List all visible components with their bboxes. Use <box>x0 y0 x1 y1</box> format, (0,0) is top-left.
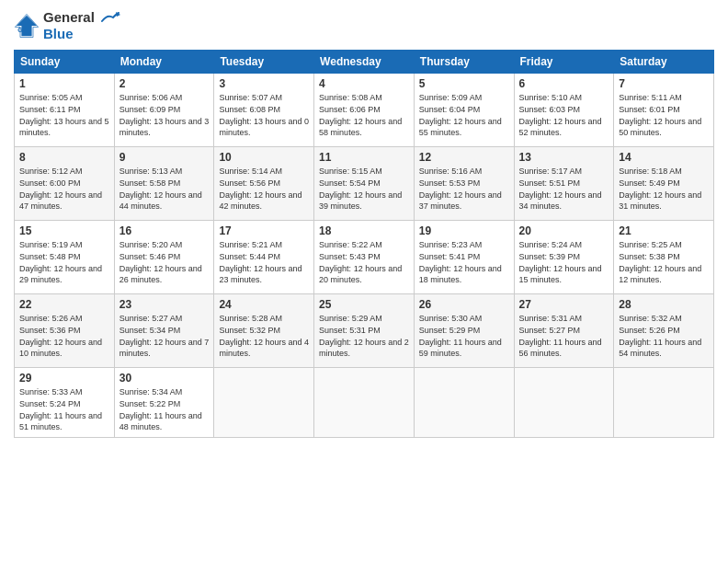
day-number: 16 <box>119 224 210 237</box>
day-content: Sunrise: 5:15 AMSunset: 5:54 PMDaylight:… <box>319 166 409 212</box>
day-number: 13 <box>519 151 609 164</box>
day-content: Sunrise: 5:32 AMSunset: 5:26 PMDaylight:… <box>619 313 709 359</box>
calendar-cell <box>414 368 514 437</box>
calendar-cell: 17 Sunrise: 5:21 AMSunset: 5:44 PMDaylig… <box>214 221 314 294</box>
day-number: 23 <box>119 298 210 311</box>
day-number: 14 <box>619 151 709 164</box>
day-content: Sunrise: 5:09 AMSunset: 6:04 PMDaylight:… <box>419 92 509 138</box>
day-number: 30 <box>119 372 210 385</box>
day-content: Sunrise: 5:12 AMSunset: 6:00 PMDaylight:… <box>19 166 109 212</box>
day-content: Sunrise: 5:07 AMSunset: 6:08 PMDaylight:… <box>219 92 309 138</box>
weekday-header-tuesday: Tuesday <box>214 51 314 74</box>
day-number: 25 <box>319 298 409 311</box>
day-content: Sunrise: 5:08 AMSunset: 6:06 PMDaylight:… <box>319 92 409 138</box>
calendar-cell: 10 Sunrise: 5:14 AMSunset: 5:56 PMDaylig… <box>214 147 314 221</box>
day-number: 12 <box>419 151 509 164</box>
day-number: 11 <box>319 151 409 164</box>
page: G General Blue SundayMondayTuesdayWednes… <box>0 0 728 563</box>
calendar-cell: 27 Sunrise: 5:31 AMSunset: 5:27 PMDaylig… <box>514 294 614 368</box>
day-number: 18 <box>319 224 409 237</box>
day-content: Sunrise: 5:20 AMSunset: 5:46 PMDaylight:… <box>119 239 210 285</box>
calendar-cell: 19 Sunrise: 5:23 AMSunset: 5:41 PMDaylig… <box>414 221 514 294</box>
day-number: 22 <box>19 298 109 311</box>
day-content: Sunrise: 5:27 AMSunset: 5:34 PMDaylight:… <box>119 313 210 359</box>
day-content: Sunrise: 5:21 AMSunset: 5:44 PMDaylight:… <box>219 239 309 285</box>
week-row-1: 1 Sunrise: 5:05 AMSunset: 6:11 PMDayligh… <box>15 74 714 147</box>
day-number: 5 <box>419 77 509 90</box>
day-content: Sunrise: 5:30 AMSunset: 5:29 PMDaylight:… <box>419 313 509 359</box>
calendar-cell: 28 Sunrise: 5:32 AMSunset: 5:26 PMDaylig… <box>614 294 714 368</box>
calendar-cell: 30 Sunrise: 5:34 AMSunset: 5:22 PMDaylig… <box>114 368 214 437</box>
weekday-header-sunday: Sunday <box>15 51 115 74</box>
day-content: Sunrise: 5:17 AMSunset: 5:51 PMDaylight:… <box>519 166 609 212</box>
day-content: Sunrise: 5:05 AMSunset: 6:11 PMDaylight:… <box>19 92 109 138</box>
day-content: Sunrise: 5:19 AMSunset: 5:48 PMDaylight:… <box>19 239 109 285</box>
day-content: Sunrise: 5:16 AMSunset: 5:53 PMDaylight:… <box>419 166 509 212</box>
week-row-3: 15 Sunrise: 5:19 AMSunset: 5:48 PMDaylig… <box>15 221 714 294</box>
calendar-cell: 3 Sunrise: 5:07 AMSunset: 6:08 PMDayligh… <box>214 74 314 147</box>
day-content: Sunrise: 5:13 AMSunset: 5:58 PMDaylight:… <box>119 166 210 212</box>
calendar-cell: 21 Sunrise: 5:25 AMSunset: 5:38 PMDaylig… <box>614 221 714 294</box>
day-content: Sunrise: 5:11 AMSunset: 6:01 PMDaylight:… <box>619 92 709 138</box>
calendar-cell: 29 Sunrise: 5:33 AMSunset: 5:24 PMDaylig… <box>15 368 115 437</box>
day-content: Sunrise: 5:06 AMSunset: 6:09 PMDaylight:… <box>119 92 210 138</box>
day-content: Sunrise: 5:31 AMSunset: 5:27 PMDaylight:… <box>519 313 609 359</box>
calendar-cell: 14 Sunrise: 5:18 AMSunset: 5:49 PMDaylig… <box>614 147 714 221</box>
day-number: 28 <box>619 298 709 311</box>
day-number: 1 <box>19 77 109 90</box>
day-number: 26 <box>419 298 509 311</box>
weekday-header-monday: Monday <box>114 51 214 74</box>
weekday-header-wednesday: Wednesday <box>314 51 415 74</box>
day-number: 15 <box>19 224 109 237</box>
day-content: Sunrise: 5:33 AMSunset: 5:24 PMDaylight:… <box>19 386 109 432</box>
day-number: 19 <box>419 224 509 237</box>
logo-blue: Blue <box>43 26 74 41</box>
calendar-cell: 4 Sunrise: 5:08 AMSunset: 6:06 PMDayligh… <box>314 74 415 147</box>
calendar-cell <box>614 368 714 437</box>
calendar-cell: 2 Sunrise: 5:06 AMSunset: 6:09 PMDayligh… <box>114 74 214 147</box>
day-content: Sunrise: 5:14 AMSunset: 5:56 PMDaylight:… <box>219 166 309 212</box>
weekday-header-saturday: Saturday <box>614 51 714 74</box>
day-content: Sunrise: 5:28 AMSunset: 5:32 PMDaylight:… <box>219 313 309 359</box>
logo: G General Blue <box>14 9 120 42</box>
calendar: SundayMondayTuesdayWednesdayThursdayFrid… <box>14 50 714 437</box>
week-row-2: 8 Sunrise: 5:12 AMSunset: 6:00 PMDayligh… <box>15 147 714 221</box>
logo-arrow-icon <box>100 12 120 25</box>
weekday-header-thursday: Thursday <box>414 51 514 74</box>
calendar-cell: 16 Sunrise: 5:20 AMSunset: 5:46 PMDaylig… <box>114 221 214 294</box>
day-number: 21 <box>619 224 709 237</box>
day-number: 2 <box>119 77 210 90</box>
calendar-cell: 22 Sunrise: 5:26 AMSunset: 5:36 PMDaylig… <box>15 294 115 368</box>
day-number: 29 <box>19 372 109 385</box>
day-number: 7 <box>619 77 709 90</box>
calendar-cell: 11 Sunrise: 5:15 AMSunset: 5:54 PMDaylig… <box>314 147 415 221</box>
logo-general: General <box>43 9 95 25</box>
day-number: 17 <box>219 224 309 237</box>
day-number: 27 <box>519 298 609 311</box>
calendar-cell: 18 Sunrise: 5:22 AMSunset: 5:43 PMDaylig… <box>314 221 415 294</box>
calendar-cell: 13 Sunrise: 5:17 AMSunset: 5:51 PMDaylig… <box>514 147 614 221</box>
svg-text:G: G <box>17 27 23 33</box>
calendar-cell <box>314 368 415 437</box>
header: G General Blue <box>14 9 714 42</box>
calendar-cell: 1 Sunrise: 5:05 AMSunset: 6:11 PMDayligh… <box>15 74 115 147</box>
logo-text-block: General Blue <box>43 9 120 42</box>
calendar-cell: 26 Sunrise: 5:30 AMSunset: 5:29 PMDaylig… <box>414 294 514 368</box>
day-content: Sunrise: 5:29 AMSunset: 5:31 PMDaylight:… <box>319 313 409 359</box>
day-content: Sunrise: 5:22 AMSunset: 5:43 PMDaylight:… <box>319 239 409 285</box>
calendar-cell: 25 Sunrise: 5:29 AMSunset: 5:31 PMDaylig… <box>314 294 415 368</box>
day-number: 6 <box>519 77 609 90</box>
calendar-cell <box>514 368 614 437</box>
weekday-header-friday: Friday <box>514 51 614 74</box>
calendar-cell: 9 Sunrise: 5:13 AMSunset: 5:58 PMDayligh… <box>114 147 214 221</box>
calendar-cell: 8 Sunrise: 5:12 AMSunset: 6:00 PMDayligh… <box>15 147 115 221</box>
day-content: Sunrise: 5:25 AMSunset: 5:38 PMDaylight:… <box>619 239 709 285</box>
day-number: 8 <box>19 151 109 164</box>
day-content: Sunrise: 5:26 AMSunset: 5:36 PMDaylight:… <box>19 313 109 359</box>
day-number: 24 <box>219 298 309 311</box>
calendar-cell: 20 Sunrise: 5:24 AMSunset: 5:39 PMDaylig… <box>514 221 614 294</box>
calendar-cell <box>214 368 314 437</box>
calendar-cell: 6 Sunrise: 5:10 AMSunset: 6:03 PMDayligh… <box>514 74 614 147</box>
weekday-header-row: SundayMondayTuesdayWednesdayThursdayFrid… <box>15 51 714 74</box>
logo-icon: G <box>14 13 40 39</box>
